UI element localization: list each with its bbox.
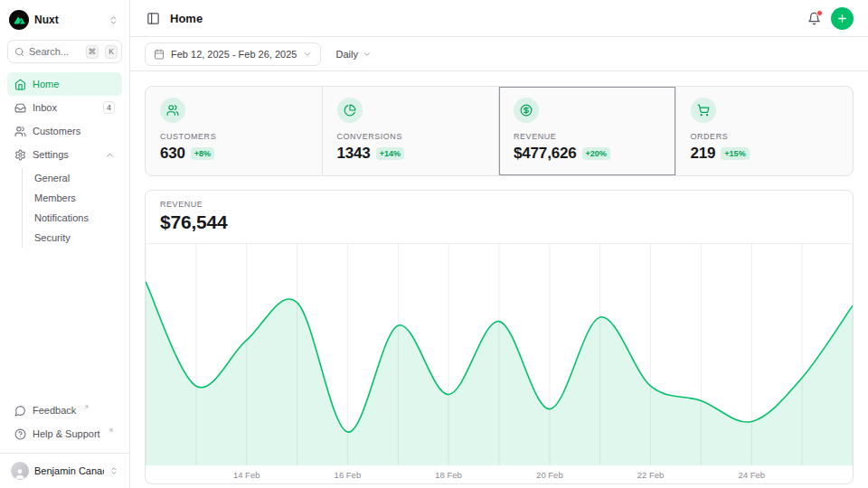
date-range-label: Feb 12, 2025 - Feb 26, 2025	[171, 49, 297, 60]
stat-label: CONVERSIONS	[337, 132, 485, 141]
kbd-k: K	[105, 45, 118, 59]
kbd-cmd: ⌘	[86, 45, 99, 59]
stat-label: ORDERS	[691, 132, 839, 141]
sidebar-item-feedback[interactable]: Feedback	[7, 399, 122, 422]
plus-icon	[836, 13, 848, 24]
stats-row: CUSTOMERS 630 +8% CONVERSIONS 1343 +14%	[145, 86, 854, 176]
stat-label: CUSTOMERS	[160, 132, 307, 141]
collapse-sidebar-button[interactable]	[145, 10, 162, 27]
sidebar-item-label: Customers	[33, 126, 80, 136]
search-placeholder: Search...	[29, 46, 80, 57]
add-button[interactable]	[831, 7, 854, 30]
revenue-chart-card: REVENUE $76,544 14 Feb16 Feb18 Feb20 Feb…	[145, 190, 854, 484]
svg-text:20 Feb: 20 Feb	[536, 470, 563, 480]
sidebar-item-label: Help & Support	[33, 428, 100, 439]
settings-subnav: General Members Notifications Security	[22, 168, 122, 248]
message-icon	[14, 405, 26, 417]
users-icon	[14, 126, 26, 137]
help-circle-icon	[14, 428, 26, 440]
svg-text:18 Feb: 18 Feb	[435, 470, 462, 480]
chart-header: REVENUE $76,544	[146, 191, 853, 244]
svg-text:16 Feb: 16 Feb	[335, 470, 362, 480]
sidebar-item-members[interactable]: Members	[23, 188, 122, 208]
workspace-switcher[interactable]: Nuxt	[7, 7, 122, 40]
users-icon	[160, 98, 185, 123]
stat-value: 219	[691, 145, 716, 163]
sidebar-item-notifications[interactable]: Notifications	[23, 208, 122, 228]
filters-toolbar: Feb 12, 2025 - Feb 26, 2025 Daily	[130, 37, 868, 71]
svg-text:24 Feb: 24 Feb	[739, 470, 766, 480]
gear-icon	[14, 149, 26, 161]
shopping-cart-icon	[691, 98, 716, 123]
chart-pie-icon	[337, 98, 363, 123]
svg-text:14 Feb: 14 Feb	[233, 470, 260, 480]
stat-delta-badge: +20%	[582, 147, 610, 160]
sidebar-nav: Home Inbox 4 Customers Settings	[7, 72, 122, 248]
user-name: Benjamin Canac	[34, 465, 104, 476]
stat-delta-badge: +8%	[191, 147, 214, 160]
sidebar-item-label: Notifications	[34, 212, 89, 223]
sidebar-item-label: General	[34, 173, 70, 183]
user-menu[interactable]: Benjamin Canac	[7, 454, 122, 481]
dashboard-content: CUSTOMERS 630 +8% CONVERSIONS 1343 +14%	[130, 71, 868, 488]
sidebar-item-label: Settings	[33, 149, 69, 160]
chevron-down-icon	[303, 50, 312, 59]
external-link-icon	[83, 404, 90, 410]
stat-label: REVENUE	[514, 132, 661, 141]
chevrons-up-down-icon	[109, 466, 118, 475]
workspace-name: Nuxt	[34, 14, 103, 26]
sidebar-item-inbox[interactable]: Inbox 4	[7, 96, 122, 119]
svg-text:22 Feb: 22 Feb	[637, 470, 665, 480]
sidebar-item-label: Home	[33, 79, 59, 89]
period-select[interactable]: Daily	[328, 42, 378, 66]
sidebar-item-security[interactable]: Security	[23, 228, 122, 248]
stat-card-conversions[interactable]: CONVERSIONS 1343 +14%	[323, 87, 500, 175]
stat-value: $477,626	[514, 145, 577, 163]
chevron-up-icon	[105, 150, 115, 160]
sidebar-item-label: Feedback	[33, 405, 76, 416]
sidebar-item-help-support[interactable]: Help & Support	[7, 422, 122, 446]
search-input[interactable]: Search... ⌘ K	[7, 40, 122, 63]
page-title: Home	[170, 12, 203, 25]
notification-dot	[816, 10, 823, 16]
stat-delta-badge: +15%	[721, 147, 749, 160]
avatar	[11, 462, 29, 480]
main-panel: Home Feb 12, 2025 - Feb 26, 2025	[130, 0, 868, 488]
chart-value: $76,544	[160, 211, 838, 233]
panel-left-icon	[146, 12, 160, 25]
sidebar-item-label: Security	[34, 232, 71, 243]
sidebar-item-customers[interactable]: Customers	[7, 119, 122, 143]
sidebar-item-home[interactable]: Home	[7, 72, 122, 96]
inbox-icon	[14, 102, 26, 114]
stat-delta-badge: +14%	[376, 147, 404, 160]
external-link-icon	[108, 427, 114, 434]
chart-label: REVENUE	[160, 200, 838, 209]
calendar-icon	[154, 49, 165, 60]
sidebar: Nuxt Search... ⌘ K Home	[0, 0, 130, 488]
stat-card-revenue[interactable]: REVENUE $477,626 +20%	[499, 87, 676, 175]
sidebar-spacer	[7, 248, 122, 399]
stat-card-orders[interactable]: ORDERS 219 +15%	[676, 87, 854, 175]
notifications-bell-button[interactable]	[806, 10, 823, 27]
sidebar-item-settings[interactable]: Settings	[7, 143, 122, 166]
period-label: Daily	[335, 49, 357, 60]
chevron-down-icon	[363, 50, 372, 59]
stat-card-customers[interactable]: CUSTOMERS 630 +8%	[146, 87, 323, 175]
header-bar: Home	[130, 0, 868, 37]
revenue-chart[interactable]: 14 Feb16 Feb18 Feb20 Feb22 Feb24 Feb	[146, 244, 853, 483]
stat-value: 1343	[337, 145, 371, 163]
stat-value: 630	[160, 145, 185, 163]
app-root: Nuxt Search... ⌘ K Home	[0, 0, 868, 488]
inbox-count-badge: 4	[103, 101, 115, 114]
search-icon	[14, 47, 24, 57]
home-icon	[14, 79, 26, 90]
date-range-picker[interactable]: Feb 12, 2025 - Feb 26, 2025	[145, 42, 321, 66]
sidebar-item-label: Members	[34, 192, 76, 203]
nuxt-logo-icon	[9, 10, 29, 30]
chevrons-up-down-icon	[108, 15, 118, 25]
sidebar-item-label: Inbox	[33, 102, 57, 113]
sidebar-item-general[interactable]: General	[23, 168, 122, 188]
circle-dollar-icon	[514, 98, 539, 123]
